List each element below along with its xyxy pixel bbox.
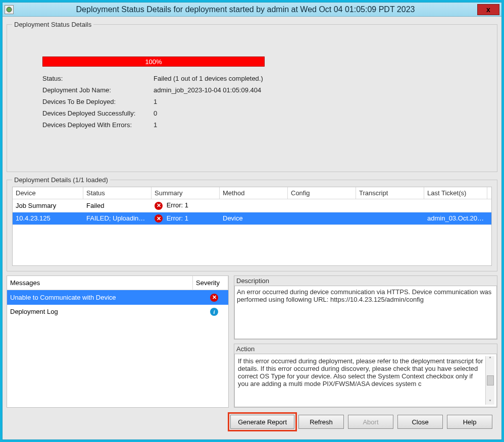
scrollbar[interactable]: ˄ ˅ bbox=[485, 356, 494, 405]
close-window-button[interactable]: x bbox=[477, 4, 499, 15]
cell-config bbox=[288, 203, 356, 207]
message-text: Unable to Communicate with Device bbox=[10, 294, 205, 301]
jobname-key: Deployment Job Name: bbox=[42, 86, 154, 94]
cell-transcript bbox=[356, 203, 424, 207]
col-method[interactable]: Method bbox=[220, 187, 288, 199]
status-legend: Deployment Status Details bbox=[12, 21, 93, 28]
window-title: Deployment Status Details for deployment… bbox=[17, 5, 474, 14]
action-label: Action bbox=[234, 344, 497, 354]
progress-bar: 100% bbox=[42, 57, 265, 67]
cell-device: Job Summary bbox=[13, 200, 83, 211]
message-row[interactable]: Deployment Log i bbox=[7, 305, 228, 319]
tobedeployed-key: Devices To Be Deployed: bbox=[42, 98, 154, 105]
errors-key: Devices Deployed With Errors: bbox=[42, 121, 154, 129]
messages-table: Messages Severity Unable to Communicate … bbox=[7, 275, 229, 408]
success-key: Devices Deployed Successfully: bbox=[42, 109, 154, 117]
cell-ticket bbox=[424, 203, 487, 207]
message-row[interactable]: Unable to Communicate with Device ✕ bbox=[7, 290, 228, 305]
cell-transcript bbox=[356, 216, 424, 220]
cell-device: 10.4.23.125 bbox=[13, 212, 83, 224]
details-table: Device Status Summary Method Config Tran… bbox=[12, 187, 492, 266]
scroll-thumb[interactable] bbox=[487, 375, 494, 385]
table-row[interactable]: Job Summary Failed ✕ Error: 1 bbox=[13, 199, 491, 212]
status-group: Deployment Status Details 100% Status: F… bbox=[7, 21, 497, 172]
message-text: Deployment Log bbox=[10, 308, 205, 315]
success-val: 0 bbox=[154, 109, 157, 117]
cell-method: Device bbox=[220, 212, 288, 224]
col-severity[interactable]: Severity bbox=[193, 276, 228, 290]
col-transcript[interactable]: Transcript bbox=[356, 187, 424, 199]
action-text[interactable]: If this error occurred during deployment… bbox=[237, 356, 485, 405]
col-config[interactable]: Config bbox=[288, 187, 356, 199]
error-icon: ✕ bbox=[210, 294, 218, 302]
abort-button: Abort bbox=[348, 415, 393, 429]
help-button[interactable]: Help bbox=[447, 415, 492, 429]
col-summary[interactable]: Summary bbox=[152, 187, 220, 199]
status-val: Failed (1 out of 1 devices completed.) bbox=[154, 75, 263, 82]
description-label: Description bbox=[234, 276, 497, 286]
col-messages[interactable]: Messages bbox=[7, 276, 193, 290]
close-icon: x bbox=[486, 6, 490, 14]
errors-val: 1 bbox=[154, 121, 157, 129]
cell-status: Failed bbox=[83, 200, 152, 211]
error-icon: ✕ bbox=[155, 202, 163, 210]
severity-cell: i bbox=[205, 308, 225, 316]
description-panel: Description An error occurred during dev… bbox=[234, 275, 497, 340]
cell-summary: ✕ Error: 1 bbox=[152, 212, 220, 225]
button-row: Generate Report Refresh Abort Close Help bbox=[7, 412, 497, 431]
info-icon: i bbox=[210, 308, 218, 316]
details-legend: Deployment Details (1/1 loaded) bbox=[12, 176, 110, 184]
status-key: Status: bbox=[42, 75, 154, 82]
cell-status: FAILED; Uploading ... bbox=[83, 212, 152, 224]
col-ticket[interactable]: Last Ticket(s) bbox=[424, 187, 487, 199]
jobname-val: admin_job_2023-10-04 01:05:09.404 bbox=[154, 86, 261, 94]
app-icon bbox=[5, 5, 14, 14]
svg-point-0 bbox=[7, 7, 12, 12]
table-header-row: Device Status Summary Method Config Tran… bbox=[13, 187, 491, 199]
cell-method bbox=[220, 203, 288, 207]
severity-cell: ✕ bbox=[205, 293, 225, 302]
generate-report-button[interactable]: Generate Report bbox=[230, 415, 294, 429]
refresh-button[interactable]: Refresh bbox=[298, 415, 344, 429]
progress-text: 100% bbox=[145, 58, 162, 66]
details-group: Deployment Details (1/1 loaded) Device S… bbox=[7, 176, 497, 271]
col-status[interactable]: Status bbox=[83, 187, 152, 199]
action-panel: Action If this error occurred during dep… bbox=[234, 344, 497, 408]
scroll-up-icon[interactable]: ˄ bbox=[489, 356, 491, 362]
col-device[interactable]: Device bbox=[13, 187, 83, 199]
error-icon: ✕ bbox=[155, 214, 163, 223]
table-row[interactable]: 10.4.23.125 FAILED; Uploading ... ✕ Erro… bbox=[13, 212, 491, 226]
tobedeployed-val: 1 bbox=[154, 98, 157, 105]
cell-ticket: admin_03.Oct.2023_2 bbox=[424, 212, 487, 224]
cell-config bbox=[288, 216, 356, 220]
description-text[interactable]: An error occurred during device communic… bbox=[234, 286, 497, 339]
close-button[interactable]: Close bbox=[397, 415, 443, 429]
scroll-down-icon[interactable]: ˅ bbox=[489, 399, 491, 405]
cell-summary: ✕ Error: 1 bbox=[152, 199, 220, 212]
